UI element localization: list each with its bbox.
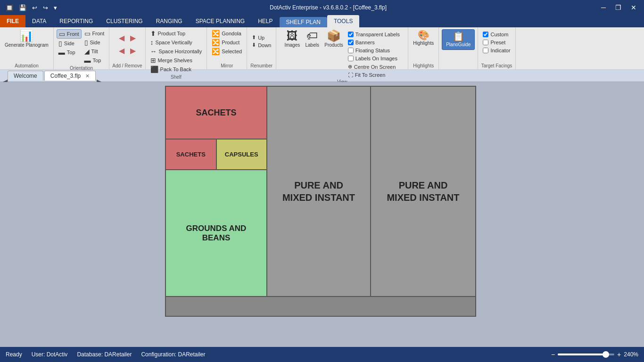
shelf-col: ⬆ Product Top ↕ Space Vertically ↔ Space… bbox=[149, 29, 204, 74]
restore-button[interactable]: ❐ bbox=[611, 3, 625, 12]
shelf-content: ⬆ Product Top ↕ Space Vertically ↔ Space… bbox=[149, 29, 204, 74]
tilt-button[interactable]: ◢ Tilt bbox=[83, 47, 107, 56]
save-button[interactable]: 💾 bbox=[17, 3, 28, 12]
tilt-icon: ◢ bbox=[84, 48, 90, 55]
arrow-left-2-button[interactable]: ◀ bbox=[117, 46, 126, 56]
side-button[interactable]: ▯ Side bbox=[57, 39, 82, 48]
mirror-content: 🔀 Gondola 🔀 Product 🔀 Selected bbox=[210, 29, 244, 62]
undo-button[interactable]: ↩ bbox=[30, 3, 39, 12]
quick-access: 🔲 💾 ↩ ↪ ▾ bbox=[4, 3, 59, 12]
arrow-left-1-button[interactable]: ◀ bbox=[117, 33, 126, 43]
down-icon: ⬇ bbox=[252, 42, 256, 48]
up-icon: ⬆ bbox=[252, 34, 256, 41]
side-2-button[interactable]: ▯ Side bbox=[83, 38, 107, 47]
minimize-button[interactable]: ─ bbox=[597, 3, 610, 12]
top-2-button[interactable]: ▬ Top bbox=[83, 56, 107, 65]
space-vertically-button[interactable]: ↕ Space Vertically bbox=[149, 38, 204, 47]
zoom-plus-button[interactable]: + bbox=[617, 351, 621, 358]
top-button[interactable]: ▬ Top bbox=[57, 48, 82, 57]
space-horizontally-button[interactable]: ↔ Space Horizontally bbox=[149, 47, 204, 56]
front-button[interactable]: ▭ Front bbox=[57, 29, 82, 39]
planogram-base-shelf bbox=[166, 296, 475, 316]
merge-shelves-button[interactable]: ⊞ Merge Shelves bbox=[149, 56, 204, 65]
products-button[interactable]: 📦 Products bbox=[322, 29, 345, 49]
ribbon-tab-bar: FILE DATA REPORTING CLUSTERING RANGING S… bbox=[0, 15, 644, 27]
arrow-right-1-button[interactable]: ▶ bbox=[128, 33, 138, 43]
products-icon: 📦 bbox=[327, 30, 341, 41]
centre-on-screen-button[interactable]: ⊕ Centre On Screen bbox=[346, 63, 402, 70]
preset-check[interactable]: Preset bbox=[481, 39, 512, 46]
side-icon: ▯ bbox=[58, 40, 62, 47]
tab-coffee-close[interactable]: ✕ bbox=[85, 73, 90, 79]
ribbon-group-orientation: ▭ Front ▯ Side ▬ Top ▭ Front ▯ bbox=[54, 27, 109, 69]
ribbon-group-automation: 📊 Generate Planogram Automation bbox=[0, 27, 54, 69]
tab-coffee[interactable]: Coffee_3.flp ✕ bbox=[44, 71, 96, 81]
arrow-right-2-button[interactable]: ▶ bbox=[128, 46, 138, 56]
title-bar: 🔲 💾 ↩ ↪ ▾ DotActiv Enterprise - v3.6.8.0… bbox=[0, 0, 644, 15]
close-button[interactable]: ✕ bbox=[627, 3, 640, 12]
orientation-col-1: ▭ Front ▯ Side ▬ Top bbox=[57, 29, 82, 57]
labels-on-images-check[interactable]: Labels On Images bbox=[346, 55, 402, 62]
labels-on-images-checkbox[interactable] bbox=[348, 56, 354, 61]
generate-planogram-button[interactable]: 📊 Generate Planogram bbox=[3, 29, 50, 49]
cell-grounds-and-beans: GROUNDS AND BEANS bbox=[166, 170, 266, 296]
floating-status-checkbox[interactable] bbox=[348, 48, 354, 53]
zoom-track[interactable] bbox=[558, 354, 614, 355]
banners-checkbox[interactable] bbox=[348, 40, 354, 45]
images-button[interactable]: 🖼 Images bbox=[282, 29, 302, 49]
quick-access-dropdown[interactable]: ▾ bbox=[52, 3, 59, 12]
fit-to-screen-button[interactable]: ⛶ Fit To Screen bbox=[346, 72, 402, 78]
preset-checkbox[interactable] bbox=[483, 40, 488, 45]
ribbon-group-target-facings: Custom Preset Indicator Target Facings bbox=[478, 27, 515, 69]
add-remove-content: ◀ ▶ ◀ ▶ bbox=[117, 29, 138, 62]
tab-clustering[interactable]: CLUSTERING bbox=[99, 15, 149, 27]
product-mirror-button[interactable]: 🔀 Product bbox=[210, 38, 244, 47]
add-remove-label: Add / Remove bbox=[112, 62, 142, 68]
custom-check[interactable]: Custom bbox=[481, 31, 512, 38]
tab-ranging[interactable]: RANGING bbox=[149, 15, 189, 27]
highlights-button[interactable]: 🎨 Highlights bbox=[411, 29, 436, 47]
orientation-content: ▭ Front ▯ Side ▬ Top ▭ Front ▯ bbox=[57, 29, 106, 65]
tab-file[interactable]: FILE bbox=[0, 15, 25, 27]
tab-space-planning[interactable]: SPACE PLANNING bbox=[189, 15, 251, 27]
view-col-icons: 🖼 Images bbox=[282, 29, 302, 49]
floating-status-check[interactable]: Floating Status bbox=[346, 47, 402, 54]
redo-button[interactable]: ↪ bbox=[41, 3, 50, 12]
indicator-checkbox[interactable] bbox=[483, 48, 488, 53]
zoom-minus-button[interactable]: − bbox=[551, 351, 555, 358]
labels-button[interactable]: 🏷 Labels bbox=[303, 29, 322, 49]
banners-check[interactable]: Banners bbox=[346, 39, 402, 46]
planoguide-button[interactable]: 📋 PlanoGuide bbox=[442, 29, 475, 50]
front-2-button[interactable]: ▭ Front bbox=[83, 29, 107, 38]
down-button[interactable]: ⬇ Down bbox=[250, 41, 273, 49]
up-button[interactable]: ⬆ Up bbox=[250, 34, 273, 41]
view-col-checks: Transparent Labels Banners Floating Stat… bbox=[346, 29, 402, 78]
custom-checkbox[interactable] bbox=[483, 32, 488, 37]
transparent-labels-check[interactable]: Transparent Labels bbox=[346, 31, 402, 38]
product-top-button[interactable]: ⬆ Product Top bbox=[149, 29, 204, 38]
app-icon-button[interactable]: 🔲 bbox=[4, 3, 15, 12]
gondola-button[interactable]: 🔀 Gondola bbox=[210, 29, 244, 38]
planogram-inner: SACHETS SACHETS CAPSULES GROUNDS AND BEA… bbox=[166, 87, 475, 296]
selected-button[interactable]: 🔀 Selected bbox=[210, 47, 244, 56]
planogram-icon: 📊 bbox=[19, 30, 33, 41]
space-horizontally-icon: ↔ bbox=[150, 48, 157, 55]
mirror-col: 🔀 Gondola 🔀 Product 🔀 Selected bbox=[210, 29, 244, 56]
product-mirror-icon: 🔀 bbox=[212, 39, 220, 46]
merge-shelves-icon: ⊞ bbox=[150, 57, 156, 64]
pack-to-back-button[interactable]: ⬛ Pack To Back bbox=[149, 65, 204, 74]
pack-to-back-icon: ⬛ bbox=[150, 66, 158, 73]
zoom-thumb[interactable] bbox=[603, 351, 609, 358]
tab-shelf-plan: SHELF PLAN bbox=[280, 17, 327, 27]
images-icon: 🖼 bbox=[287, 30, 298, 41]
space-vertically-icon: ↕ bbox=[150, 39, 154, 46]
zoom-level: 240% bbox=[624, 351, 638, 358]
tab-data[interactable]: DATA bbox=[25, 15, 53, 27]
tab-welcome[interactable]: Welcome bbox=[8, 71, 43, 81]
tab-reporting[interactable]: REPORTING bbox=[53, 15, 99, 27]
cell-pure-mixed-2: PURE AND MIXED INSTANT bbox=[387, 179, 459, 204]
transparent-labels-checkbox[interactable] bbox=[348, 32, 354, 37]
tab-help[interactable]: HELP bbox=[251, 15, 279, 27]
tab-tools[interactable]: TOOLS bbox=[327, 15, 359, 27]
indicator-check[interactable]: Indicator bbox=[481, 47, 512, 54]
